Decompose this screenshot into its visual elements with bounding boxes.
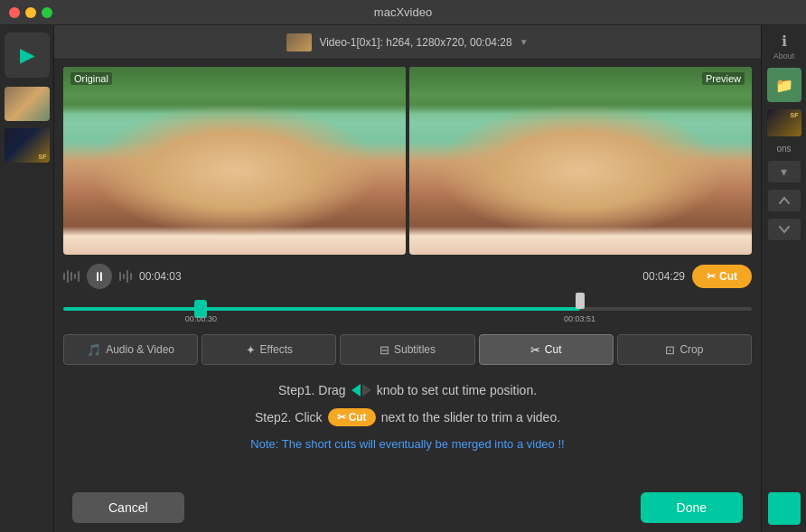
dropdown-arrow-icon[interactable]: ▼ (520, 37, 529, 47)
thumb-label: SF (39, 154, 47, 160)
cut-button[interactable]: ✂ Cut (692, 265, 752, 288)
step2-suffix: next to the slider to trim a video. (381, 410, 560, 425)
effects-icon: ✦ (246, 343, 256, 357)
slider-track (63, 307, 752, 311)
step2-label: Step2. Click (255, 410, 323, 425)
done-button[interactable]: Done (641, 492, 743, 523)
instructions-area: Step1. Drag knob to set cut time positio… (54, 369, 761, 458)
timeline-slider[interactable]: 00:00:30 00:03:51 (63, 294, 752, 323)
about-label: About (773, 51, 795, 61)
tab-effects-label: Effects (260, 343, 293, 356)
tab-crop[interactable]: ⊡ Crop (617, 334, 752, 365)
knob-right-icon (362, 384, 371, 397)
teal-action-box[interactable] (768, 492, 801, 525)
subtitles-icon: ⊟ (380, 343, 389, 357)
step1-label: Step1. Drag (278, 383, 346, 397)
step1-text: Step1. Drag knob to set cut time positio… (72, 383, 743, 397)
sidebar-thumb-1[interactable] (5, 87, 50, 121)
preview-area: Original Preview (54, 60, 761, 258)
close-button[interactable] (9, 7, 20, 18)
knob-icon (351, 384, 371, 397)
titlebar: macXvideo (0, 0, 806, 25)
sidebar-logo-btn[interactable]: ▶ (5, 33, 50, 78)
audio-video-icon: 🎵 (87, 343, 101, 357)
crop-icon: ⊡ (665, 343, 675, 357)
app-title: macXvideo (374, 5, 432, 19)
note-text: Note: The short cuts will eventually be … (72, 437, 743, 451)
slider-time-right: 00:03:51 (564, 314, 595, 323)
slider-time-left: 00:00:30 (185, 314, 217, 323)
tab-effects[interactable]: ✦ Effects (202, 334, 336, 365)
knob-left-icon (351, 384, 361, 397)
tab-subtitles[interactable]: ⊟ Subtitles (340, 334, 474, 365)
bottom-bar: Cancel Done (54, 483, 761, 532)
arrow-up-icon (778, 194, 791, 207)
video-thumbnail-small (286, 33, 312, 51)
window-controls (9, 7, 52, 18)
cut-icon: ✂ (707, 270, 716, 283)
rs-thumb-label: SF (791, 112, 799, 118)
options-label: ons (776, 144, 791, 154)
tab-subtitles-label: Subtitles (394, 343, 436, 356)
tabs-area: 🎵 Audio & Video ✦ Effects ⊟ Subtitles ✂ … (54, 329, 761, 369)
info-icon: ℹ (782, 33, 787, 50)
left-sidebar: ▶ SF (0, 25, 54, 532)
video-selector-bar: Video-1[0x1]: h264, 1280x720, 00:04:28 ▼ (54, 25, 761, 60)
right-sidebar: ℹ About 📁 SF ons ▾ (761, 25, 806, 532)
cut-inline-btn: ✂ Cut (328, 408, 376, 426)
preview-label: Preview (702, 72, 745, 85)
folder-icon: 📁 (775, 77, 793, 94)
tab-crop-label: Crop (679, 343, 703, 356)
tab-audio-video-label: Audio & Video (106, 343, 174, 356)
arrow-up-button[interactable] (768, 190, 801, 211)
sidebar-thumb-2[interactable]: SF (5, 128, 50, 163)
time-end: 00:04:29 (642, 270, 685, 283)
wave-bar (67, 270, 69, 283)
wave-bar (78, 271, 80, 282)
folder-button[interactable]: 📁 (767, 68, 801, 102)
preview-video (409, 67, 752, 255)
wave-bar (119, 272, 121, 281)
minimize-button[interactable] (25, 7, 36, 18)
about-section: ℹ About (773, 33, 795, 61)
floral-overlay (63, 67, 406, 123)
pause-button[interactable]: ⏸ (87, 264, 112, 289)
arrow-down-button[interactable] (768, 219, 801, 240)
cut-label: Cut (719, 270, 737, 283)
tab-cut-label: Cut (545, 343, 562, 356)
original-label: Original (70, 72, 112, 85)
floral-overlay-2 (409, 67, 752, 123)
wave-bar (127, 270, 128, 283)
timeline-area: ⏸ 00:04:03 00:04:29 ✂ Cut (54, 258, 761, 329)
cut-icon: ✂ (530, 343, 540, 357)
dropdown-button[interactable]: ▾ (768, 161, 801, 182)
center-content: Video-1[0x1]: h264, 1280x720, 00:04:28 ▼… (54, 25, 761, 532)
wave-bar (74, 274, 76, 279)
waveform-right (119, 270, 132, 283)
waveform (63, 270, 80, 283)
tab-cut[interactable]: ✂ Cut (479, 334, 614, 365)
step2-text: Step2. Click ✂ Cut next to the slider to… (72, 408, 743, 426)
wave-bar (130, 273, 132, 280)
rs-thumbnail[interactable]: SF (767, 109, 801, 136)
arrow-down-icon (778, 223, 791, 236)
tab-audio-video[interactable]: 🎵 Audio & Video (63, 334, 198, 365)
wave-bar (123, 274, 125, 279)
wave-bar (70, 272, 72, 281)
slider-fill (63, 307, 580, 311)
slider-handle-right[interactable] (576, 293, 585, 309)
cut-inline-icon: ✂ (337, 411, 346, 424)
step1-suffix: knob to set cut time position. (377, 383, 537, 397)
wave-bar (63, 273, 65, 280)
maximize-button[interactable] (42, 7, 52, 18)
preview-panel: Preview (409, 67, 752, 255)
original-panel: Original (63, 67, 406, 255)
timeline-controls: ⏸ 00:04:03 00:04:29 ✂ Cut (63, 264, 752, 289)
original-video (63, 67, 406, 255)
time-current: 00:04:03 (139, 270, 182, 283)
main-layout: ▶ SF Video-1[0x1]: h264, 1280x720, 00:04… (0, 25, 806, 532)
cut-inline-label: Cut (349, 411, 367, 424)
video-info: Video-1[0x1]: h264, 1280x720, 00:04:28 (319, 36, 511, 49)
cancel-button[interactable]: Cancel (72, 492, 184, 523)
